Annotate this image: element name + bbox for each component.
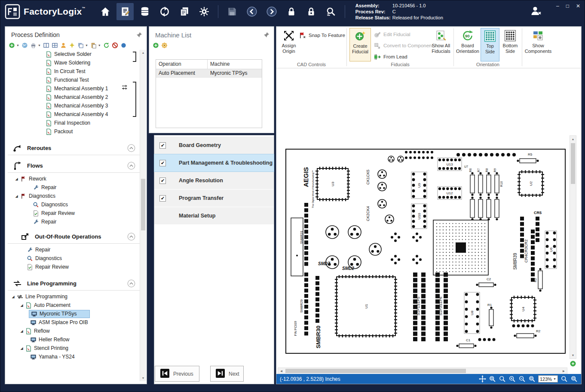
print-icon[interactable] — [30, 42, 37, 49]
wizard-step[interactable]: ✔Program Transfer — [154, 190, 274, 207]
machine-item[interactable]: Yamaha - YS24 — [5, 352, 147, 361]
save-icon[interactable] — [224, 3, 241, 20]
scroll-down-icon[interactable]: ▼ — [570, 352, 576, 358]
assign-origin-button[interactable]: Assign Origin — [278, 28, 300, 61]
process-scrollbar[interactable]: ▲ ▼ — [140, 50, 146, 381]
create-fiducial-button[interactable]: Create Fiducial — [349, 28, 371, 61]
machine-row[interactable]: Auto PlacementMycronic TPSys — [156, 69, 262, 78]
production-icon[interactable] — [156, 3, 173, 20]
scroll-left-icon[interactable]: ◄ — [278, 368, 285, 374]
chevron-down-icon[interactable]: ▼ — [38, 44, 41, 47]
show-all-fiducials-button[interactable]: Show All Fiducials — [429, 28, 453, 61]
materials-icon[interactable] — [136, 3, 153, 20]
pin-icon[interactable] — [263, 32, 270, 38]
scrollbar-thumb[interactable] — [141, 179, 145, 230]
machine-item[interactable]: ASM Siplace Pro OIB — [5, 318, 147, 327]
from-lead-button[interactable]: From Lead — [374, 52, 407, 62]
previous-button[interactable]: Previous — [155, 366, 199, 382]
lock-icon[interactable] — [283, 3, 300, 20]
process-tree-item[interactable]: Packout — [5, 127, 147, 136]
flow-child[interactable]: Diagnostics — [5, 200, 147, 209]
flow-node[interactable]: ◢Rework — [5, 175, 147, 183]
step-checkbox[interactable]: ✔ — [159, 178, 166, 184]
record-icon[interactable] — [120, 42, 127, 49]
process-tree-item[interactable]: Selective Solder — [5, 50, 147, 58]
zoom-extents-icon[interactable] — [528, 375, 536, 383]
zoom-dynamic-icon[interactable] — [499, 375, 506, 383]
top-side-button[interactable]: Top Side — [481, 28, 499, 61]
column-header[interactable]: Operation — [156, 60, 208, 69]
effects-icon[interactable] — [69, 42, 75, 49]
paste-icon[interactable] — [90, 42, 97, 49]
split-view-icon[interactable] — [43, 42, 49, 49]
process-tree-item[interactable]: Functional Test — [5, 76, 147, 84]
expander-expanded-icon[interactable]: ◢ — [10, 295, 16, 299]
close-button[interactable]: ✕ — [576, 3, 580, 9]
audit-icon[interactable] — [322, 3, 340, 20]
line-operation[interactable]: ◢Stencil Printing — [5, 344, 147, 352]
step-checkbox[interactable]: ✔ — [159, 195, 166, 202]
scrollbar-thumb[interactable] — [285, 369, 466, 373]
scroll-up-icon[interactable]: ▲ — [140, 50, 146, 56]
step-checkbox[interactable]: ✔ — [159, 142, 166, 149]
home-icon[interactable] — [97, 3, 114, 20]
wizard-step[interactable]: ✔Angle Resolution — [154, 172, 274, 189]
flow-child[interactable]: Repair Review — [5, 209, 147, 217]
wizard-step[interactable]: Material Setup — [154, 207, 274, 224]
board-orientation-button[interactable]: 90 Board Orientation — [456, 28, 479, 61]
bottom-side-button[interactable]: Bottom Side — [500, 28, 520, 61]
machine-settings-icon[interactable] — [161, 42, 168, 49]
flow-child[interactable]: Repair — [5, 217, 147, 226]
scroll-right-icon[interactable]: ► — [560, 368, 567, 374]
collapse-chevron-icon[interactable] — [127, 279, 135, 288]
swap-routes-icon[interactable] — [122, 84, 128, 90]
user-logout-icon[interactable] — [530, 5, 542, 19]
section-flows[interactable]: Flows — [5, 159, 147, 172]
pcb-viewport[interactable]: AEGISThe Digital Mind of Manufacturing™P… — [278, 134, 572, 366]
zoom-window-icon[interactable] — [489, 375, 496, 383]
oor-item[interactable]: Repair Review — [5, 263, 147, 271]
permissions-icon[interactable] — [303, 3, 320, 20]
layout-icon[interactable] — [52, 42, 58, 49]
edit-fiducial-button[interactable]: Edit Fiducial — [374, 29, 410, 40]
chevron-down-icon[interactable]: ▼ — [85, 44, 88, 47]
process-tree-item[interactable]: Mechanical Assembly 4 — [5, 110, 147, 119]
show-components-button[interactable]: Show Components — [525, 28, 551, 61]
oor-item[interactable]: Repair — [5, 245, 147, 254]
expander-expanded-icon[interactable]: ◢ — [14, 177, 19, 181]
zoom-all-icon[interactable] — [570, 375, 578, 383]
wizard-step[interactable]: ✔Board Geometry — [154, 137, 274, 154]
scroll-down-icon[interactable]: ▼ — [140, 375, 146, 381]
add-operation-icon[interactable] — [9, 42, 15, 49]
machine-item[interactable]: Mycronic TPSys — [5, 309, 147, 318]
column-header[interactable]: Machine — [208, 60, 262, 69]
zoom-out-icon[interactable] — [518, 375, 526, 383]
expander-expanded-icon[interactable]: ◢ — [19, 329, 25, 333]
process-definition-icon[interactable] — [116, 3, 134, 20]
canvas-vertical-scrollbar[interactable]: ▲ ▼ — [570, 135, 576, 359]
zoom-selected-icon[interactable] — [560, 375, 568, 383]
user-icon[interactable] — [60, 42, 67, 49]
process-tree-item[interactable]: Mechanical Assembly 2 — [5, 93, 147, 101]
zoom-fit-icon[interactable] — [570, 360, 576, 367]
chevron-down-icon[interactable]: ▼ — [16, 44, 19, 47]
documents-icon[interactable] — [176, 3, 193, 20]
refresh-icon[interactable] — [103, 42, 110, 49]
wizard-step[interactable]: ✔Part Management & Troubleshooting — [154, 154, 274, 172]
convert-to-component-button[interactable]: Convert to Component — [374, 40, 433, 51]
maximize-button[interactable]: □ — [566, 3, 569, 9]
expander-expanded-icon[interactable]: ◢ — [14, 194, 19, 198]
flow-child[interactable]: Repair — [5, 183, 147, 192]
machine-item[interactable]: Heller Reflow — [5, 335, 147, 344]
expander-expanded-icon[interactable]: ◢ — [19, 303, 25, 307]
process-tree-item[interactable]: In Circuit Test — [5, 67, 147, 76]
scrollbar-thumb[interactable] — [571, 143, 575, 184]
next-button[interactable]: Next — [210, 366, 244, 382]
pan-icon[interactable] — [479, 375, 486, 383]
collapse-chevron-icon[interactable] — [127, 144, 135, 152]
line-operation[interactable]: ◢Auto Placement — [5, 301, 147, 309]
add-machine-icon[interactable] — [153, 42, 159, 49]
step-checkbox[interactable]: ✔ — [159, 160, 166, 166]
scroll-up-icon[interactable]: ▲ — [570, 136, 576, 142]
process-tree-item[interactable]: Wave Soldering — [5, 58, 147, 67]
